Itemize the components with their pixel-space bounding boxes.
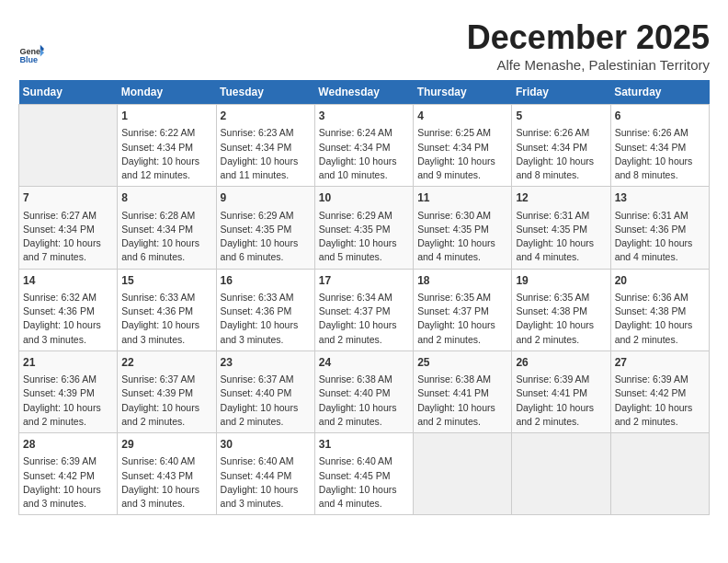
sunset-label: Sunset: 4:34 PM [121, 224, 193, 235]
sunset-label: Sunset: 4:39 PM [23, 387, 95, 398]
sunrise-label: Sunrise: 6:24 AM [319, 127, 392, 138]
sunset-label: Sunset: 4:35 PM [221, 224, 292, 235]
daylight-label: Daylight: 10 hours and 10 minutes. [319, 155, 397, 180]
day-number: 12 [516, 190, 606, 206]
col-tuesday: Tuesday [216, 80, 314, 105]
sunset-label: Sunset: 4:45 PM [319, 470, 391, 481]
sunrise-label: Sunrise: 6:26 AM [516, 127, 589, 138]
sunrise-label: Sunrise: 6:28 AM [121, 210, 195, 221]
col-sunday: Sunday [19, 80, 118, 105]
day-number: 3 [319, 109, 409, 124]
table-row: 28 Sunrise: 6:39 AM Sunset: 4:42 PM Dayl… [19, 433, 118, 515]
day-number: 4 [417, 109, 507, 124]
title-area: December 2025 Alfe Menashe, Palestinian … [467, 18, 710, 73]
daylight-label: Daylight: 10 hours and 2 minutes. [221, 402, 299, 427]
table-row [610, 433, 709, 515]
daylight-label: Daylight: 10 hours and 2 minutes. [615, 402, 693, 427]
daylight-label: Daylight: 10 hours and 2 minutes. [319, 402, 397, 427]
day-number: 6 [615, 109, 705, 124]
table-row: 18 Sunrise: 6:35 AM Sunset: 4:37 PM Dayl… [414, 269, 512, 350]
table-row [19, 105, 118, 187]
day-number: 1 [121, 109, 211, 124]
daylight-label: Daylight: 10 hours and 4 minutes. [516, 237, 594, 262]
day-number: 22 [121, 355, 211, 371]
sunrise-label: Sunrise: 6:40 AM [319, 455, 392, 466]
daylight-label: Daylight: 10 hours and 6 minutes. [221, 237, 299, 262]
table-row: 6 Sunrise: 6:26 AM Sunset: 4:34 PM Dayli… [610, 105, 709, 187]
sunrise-label: Sunrise: 6:40 AM [121, 455, 195, 466]
table-row: 22 Sunrise: 6:37 AM Sunset: 4:39 PM Dayl… [118, 350, 216, 432]
sunrise-label: Sunrise: 6:39 AM [23, 455, 97, 466]
daylight-label: Daylight: 10 hours and 4 minutes. [417, 237, 495, 262]
sunset-label: Sunset: 4:44 PM [221, 470, 292, 481]
table-row: 9 Sunrise: 6:29 AM Sunset: 4:35 PM Dayli… [216, 187, 314, 269]
sunrise-label: Sunrise: 6:25 AM [417, 127, 491, 138]
sunset-label: Sunset: 4:34 PM [417, 142, 489, 153]
sunset-label: Sunset: 4:36 PM [23, 305, 95, 316]
sunrise-label: Sunrise: 6:38 AM [319, 373, 392, 385]
day-number: 2 [221, 109, 311, 124]
sunrise-label: Sunrise: 6:30 AM [417, 210, 491, 221]
daylight-label: Daylight: 10 hours and 8 minutes. [516, 155, 594, 180]
day-number: 9 [221, 190, 311, 206]
sunrise-label: Sunrise: 6:22 AM [121, 127, 195, 138]
sunset-label: Sunset: 4:41 PM [417, 387, 489, 398]
sunrise-label: Sunrise: 6:36 AM [23, 373, 97, 385]
sunrise-label: Sunrise: 6:40 AM [221, 455, 294, 466]
day-number: 24 [319, 355, 409, 371]
sunrise-label: Sunrise: 6:23 AM [221, 127, 294, 138]
calendar-week-row: 1 Sunrise: 6:22 AM Sunset: 4:34 PM Dayli… [19, 105, 710, 187]
sunset-label: Sunset: 4:35 PM [516, 224, 587, 235]
daylight-label: Daylight: 10 hours and 2 minutes. [417, 402, 495, 427]
sunrise-label: Sunrise: 6:27 AM [23, 210, 97, 221]
sunrise-label: Sunrise: 6:35 AM [417, 292, 491, 303]
table-row: 7 Sunrise: 6:27 AM Sunset: 4:34 PM Dayli… [19, 187, 118, 269]
table-row: 17 Sunrise: 6:34 AM Sunset: 4:37 PM Dayl… [314, 269, 413, 350]
sunset-label: Sunset: 4:42 PM [23, 470, 95, 481]
sunset-label: Sunset: 4:36 PM [221, 305, 292, 316]
table-row: 8 Sunrise: 6:28 AM Sunset: 4:34 PM Dayli… [118, 187, 216, 269]
sunrise-label: Sunrise: 6:29 AM [221, 210, 294, 221]
day-number: 21 [23, 355, 113, 371]
calendar-table: Sunday Monday Tuesday Wednesday Thursday… [18, 80, 710, 515]
sunset-label: Sunset: 4:35 PM [319, 224, 391, 235]
sunset-label: Sunset: 4:38 PM [615, 305, 687, 316]
table-row: 21 Sunrise: 6:36 AM Sunset: 4:39 PM Dayl… [19, 350, 118, 432]
table-row: 13 Sunrise: 6:31 AM Sunset: 4:36 PM Dayl… [610, 187, 709, 269]
sunset-label: Sunset: 4:36 PM [121, 305, 193, 316]
sunset-label: Sunset: 4:34 PM [23, 224, 95, 235]
table-row [512, 433, 610, 515]
table-row: 3 Sunrise: 6:24 AM Sunset: 4:34 PM Dayli… [314, 105, 413, 187]
calendar-header-row: Sunday Monday Tuesday Wednesday Thursday… [19, 80, 710, 105]
table-row: 4 Sunrise: 6:25 AM Sunset: 4:34 PM Dayli… [414, 105, 512, 187]
page-header: General Blue December 2025 Alfe Menashe,… [18, 18, 710, 73]
day-number: 10 [319, 190, 409, 206]
sunrise-label: Sunrise: 6:39 AM [615, 373, 688, 385]
sunrise-label: Sunrise: 6:26 AM [615, 127, 688, 138]
day-number: 31 [319, 437, 409, 453]
daylight-label: Daylight: 10 hours and 2 minutes. [23, 402, 101, 427]
sunrise-label: Sunrise: 6:32 AM [23, 292, 97, 303]
sunset-label: Sunset: 4:34 PM [319, 142, 391, 153]
table-row: 26 Sunrise: 6:39 AM Sunset: 4:41 PM Dayl… [512, 350, 610, 432]
sunset-label: Sunset: 4:34 PM [516, 142, 587, 153]
day-number: 26 [516, 355, 606, 371]
svg-text:Blue: Blue [19, 55, 38, 64]
sunset-label: Sunset: 4:43 PM [121, 470, 193, 481]
table-row: 29 Sunrise: 6:40 AM Sunset: 4:43 PM Dayl… [118, 433, 216, 515]
table-row: 23 Sunrise: 6:37 AM Sunset: 4:40 PM Dayl… [216, 350, 314, 432]
daylight-label: Daylight: 10 hours and 3 minutes. [23, 484, 101, 509]
month-title: December 2025 [467, 18, 710, 57]
daylight-label: Daylight: 10 hours and 9 minutes. [417, 155, 495, 180]
daylight-label: Daylight: 10 hours and 5 minutes. [319, 237, 397, 262]
day-number: 28 [23, 437, 113, 453]
table-row: 25 Sunrise: 6:38 AM Sunset: 4:41 PM Dayl… [414, 350, 512, 432]
daylight-label: Daylight: 10 hours and 2 minutes. [516, 319, 594, 344]
sunset-label: Sunset: 4:37 PM [417, 305, 489, 316]
table-row: 30 Sunrise: 6:40 AM Sunset: 4:44 PM Dayl… [216, 433, 314, 515]
table-row [414, 433, 512, 515]
daylight-label: Daylight: 10 hours and 2 minutes. [516, 402, 594, 427]
day-number: 11 [417, 190, 507, 206]
col-wednesday: Wednesday [314, 80, 413, 105]
table-row: 1 Sunrise: 6:22 AM Sunset: 4:34 PM Dayli… [118, 105, 216, 187]
